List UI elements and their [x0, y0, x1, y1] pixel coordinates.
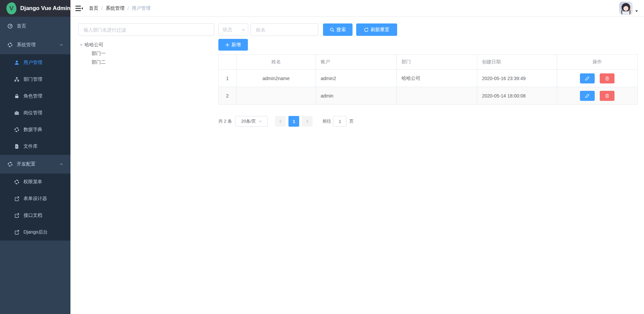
- sidebar-item-label: 角色管理: [23, 93, 42, 99]
- search-button[interactable]: 搜索: [323, 23, 353, 36]
- department-filter-input[interactable]: [78, 23, 214, 36]
- tree-node-label: 哈哈公司: [85, 42, 103, 48]
- search-icon: [330, 27, 334, 32]
- org-tree-icon: [14, 77, 19, 82]
- delete-button[interactable]: [600, 73, 614, 83]
- sidebar-item-dictionary[interactable]: 数据字典: [0, 121, 70, 138]
- sidebar-item-files[interactable]: 文件库: [0, 138, 70, 155]
- prev-page-button[interactable]: [275, 116, 286, 127]
- cell-created: 2020-05-16 23:39:49: [477, 70, 557, 87]
- refresh-icon: [364, 27, 369, 32]
- add-button-label: 新增: [231, 42, 241, 48]
- sidebar-item-label: Django后台: [23, 229, 48, 235]
- external-link-icon: [14, 230, 19, 235]
- briefcase-icon: [14, 110, 19, 116]
- caret-down-icon[interactable]: [80, 44, 83, 46]
- vue-logo-icon: V: [6, 2, 16, 14]
- document-icon: [14, 144, 19, 149]
- content: 哈哈公司 部门一 部门二 状态: [70, 17, 644, 314]
- tree-node-label: 部门二: [92, 59, 106, 65]
- dashboard-icon: [7, 23, 13, 29]
- chevron-up-icon: [60, 44, 63, 46]
- chevron-right-icon: [306, 119, 309, 123]
- sidebar-item-departments[interactable]: 部门管理: [0, 71, 70, 88]
- breadcrumb-system[interactable]: 系统管理: [106, 5, 124, 11]
- component-icon: [7, 42, 13, 48]
- sidebar-item-users[interactable]: 用户管理: [0, 54, 70, 71]
- breadcrumb-separator: /: [101, 6, 103, 11]
- user-icon: [14, 60, 19, 65]
- current-page[interactable]: 1: [288, 116, 299, 127]
- component-icon: [14, 127, 19, 132]
- sidebar-item-form-designer[interactable]: 表单设计器: [0, 190, 70, 207]
- avatar[interactable]: [619, 2, 633, 15]
- user-menu[interactable]: [619, 2, 638, 15]
- sidebar-item-label: 文件库: [23, 143, 38, 149]
- sidebar-collapse-icon[interactable]: [75, 5, 83, 11]
- trash-icon: [605, 76, 609, 81]
- external-link-icon: [14, 196, 19, 201]
- cell-name: [236, 87, 316, 105]
- users-table: 姓名 账户 部门 创建日期 操作 1 admin2name admin2 哈哈公: [218, 54, 638, 105]
- header-name: 姓名: [236, 55, 316, 70]
- header-index: [219, 55, 236, 70]
- breadcrumb-separator: /: [127, 6, 129, 11]
- goto-page-input[interactable]: [333, 116, 346, 127]
- avatar-portrait: [619, 2, 633, 15]
- app-title: Django Vue Admin: [20, 5, 70, 12]
- sidebar-item-label: 开发配置: [17, 161, 36, 167]
- sidebar-item-label: 首页: [17, 23, 26, 29]
- breadcrumb-home[interactable]: 首页: [89, 5, 98, 11]
- sidebar-item-system[interactable]: 系统管理: [0, 36, 70, 54]
- sidebar-item-posts[interactable]: 岗位管理: [0, 105, 70, 121]
- tree-node-child[interactable]: 部门一: [78, 49, 214, 58]
- chevron-up-icon: [60, 163, 63, 165]
- sidebar-item-api-docs[interactable]: 接口文档: [0, 207, 70, 224]
- refresh-reset-button[interactable]: 刷新重置: [356, 23, 397, 36]
- sidebar-item-roles[interactable]: 角色管理: [0, 88, 70, 105]
- table-header-row: 姓名 账户 部门 创建日期 操作: [219, 55, 638, 70]
- sidebar-item-permission-menu[interactable]: 权限菜单: [0, 174, 70, 190]
- user-table-panel: 状态 搜索: [218, 23, 637, 314]
- next-page-button[interactable]: [302, 116, 313, 127]
- component-icon: [7, 162, 13, 167]
- component-icon: [14, 179, 19, 185]
- trash-icon: [605, 93, 609, 98]
- edit-icon: [585, 76, 590, 81]
- tree-node-child[interactable]: 部门二: [78, 58, 214, 67]
- lock-icon: [14, 93, 19, 99]
- refresh-reset-button-label: 刷新重置: [371, 27, 389, 33]
- cell-account: admin2: [316, 70, 397, 87]
- pagination: 共 2 条 20条/页 1: [218, 116, 637, 127]
- logo-bar: V Django Vue Admin: [0, 0, 70, 17]
- delete-button[interactable]: [600, 91, 614, 101]
- tree-node-root[interactable]: 哈哈公司: [78, 41, 214, 49]
- sidebar-item-label: 表单设计器: [23, 196, 47, 202]
- sidebar-item-home[interactable]: 首页: [0, 17, 70, 36]
- header-account: 账户: [316, 55, 397, 70]
- table-row: 2 admin 2020-05-14 18:00:08: [219, 87, 638, 105]
- edit-button[interactable]: [580, 73, 595, 83]
- sidebar-item-label: 权限菜单: [23, 179, 42, 185]
- table-row: 1 admin2name admin2 哈哈公司 2020-05-16 23:3…: [219, 70, 638, 87]
- pagination-total: 共 2 条: [218, 118, 232, 124]
- filter-row: 状态 搜索: [218, 23, 637, 36]
- name-filter-input[interactable]: [251, 23, 318, 36]
- edit-button[interactable]: [580, 91, 595, 101]
- status-select-placeholder: 状态: [223, 27, 232, 33]
- page-size-select[interactable]: 20条/页: [235, 116, 268, 127]
- tree-node-label: 部门一: [92, 51, 106, 57]
- sidebar-item-devconfig[interactable]: 开发配置: [0, 155, 70, 174]
- page-unit-label: 页: [349, 118, 354, 124]
- header-department: 部门: [397, 55, 477, 70]
- header-actions: 操作: [557, 55, 638, 70]
- cell-name: admin2name: [236, 70, 316, 87]
- status-select[interactable]: 状态: [218, 23, 248, 36]
- sidebar-item-label: 数据字典: [23, 127, 42, 133]
- department-tree: 哈哈公司 部门一 部门二: [78, 41, 214, 67]
- cell-index: 1: [219, 70, 236, 87]
- add-button[interactable]: 新增: [218, 39, 248, 51]
- external-link-icon: [14, 213, 19, 218]
- sidebar-item-django-admin[interactable]: Django后台: [0, 224, 70, 241]
- plus-icon: [225, 43, 229, 47]
